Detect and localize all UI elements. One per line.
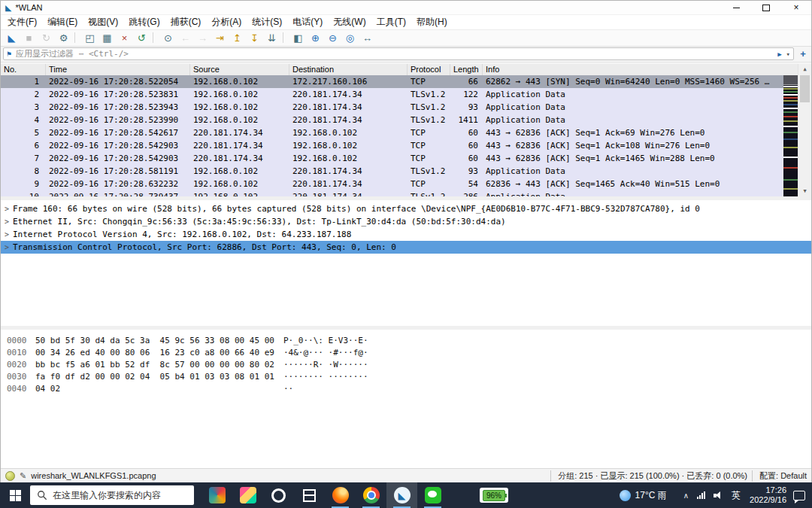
column-header[interactable]: Destination [289, 64, 408, 75]
menu-view[interactable]: 视图(V) [83, 14, 123, 30]
reload-file-icon[interactable]: ↺ [133, 31, 150, 45]
auto-scroll-icon[interactable]: ⇊ [263, 31, 280, 45]
detail-tree-item[interactable]: > Ethernet II, Src: Chongqin_9c:56:33 (5… [1, 215, 811, 228]
menu-go[interactable]: 跳转(G) [123, 14, 165, 30]
resize-columns-icon[interactable]: ↔ [359, 31, 376, 45]
menu-help[interactable]: 帮助(H) [411, 14, 453, 30]
battery-indicator[interactable]: 96% [480, 488, 508, 503]
app-button-grid-app[interactable] [294, 482, 325, 508]
profile-label[interactable]: 配置: Default [752, 470, 807, 482]
packet-row[interactable]: 6 2022-09-16 17:20:28.542903 220.181.174… [1, 139, 783, 152]
app-button-image-viewer[interactable] [201, 482, 232, 508]
packet-row[interactable]: 10 2022-09-16 17:20:28.739437 192.168.0.… [1, 190, 783, 196]
column-header[interactable]: Protocol [408, 64, 450, 75]
notification-center-button[interactable] [786, 482, 812, 508]
menu-edit[interactable]: 编辑(E) [42, 14, 83, 30]
hex-line[interactable]: 0020 bb bc f5 a6 01 bb 52 df 8c 57 00 00… [7, 359, 811, 371]
close-button[interactable]: × [781, 1, 811, 14]
column-header[interactable]: No. [1, 64, 46, 75]
column-header[interactable]: Info [483, 64, 798, 75]
tray-expand-icon[interactable]: ∧ [683, 491, 689, 500]
save-file-icon[interactable]: ▦ [98, 31, 116, 45]
packet-row[interactable]: 3 2022-09-16 17:20:28.523943 192.168.0.1… [1, 101, 783, 114]
menu-file[interactable]: 文件(F) [2, 14, 42, 30]
app-button-circle-app[interactable] [263, 482, 294, 508]
filter-add-button[interactable]: + [797, 48, 809, 59]
stop-capture-icon[interactable]: ■ [20, 31, 38, 45]
go-back-icon[interactable]: ← [177, 31, 194, 45]
capture-options-icon[interactable]: ⚙ [55, 31, 72, 45]
packet-row[interactable]: 1 2022-09-16 17:20:28.522054 192.168.0.1… [1, 75, 783, 88]
restart-capture-icon[interactable]: ↻ [38, 31, 55, 45]
hex-line[interactable]: 0010 00 34 26 ed 40 00 80 06 16 23 c0 a8… [7, 347, 811, 359]
filter-apply-icon[interactable]: ▶ [777, 50, 781, 58]
packet-minimap[interactable] [783, 75, 798, 196]
scroll-up-arrow[interactable]: ▲ [798, 64, 811, 75]
go-last-icon[interactable]: ↧ [246, 31, 263, 45]
capture-comment-icon[interactable]: ✎ [20, 471, 26, 481]
column-header[interactable]: Time [46, 64, 190, 75]
app-button-firefox[interactable] [325, 482, 356, 508]
find-packet-icon[interactable]: ⊙ [159, 31, 177, 45]
zoom-out-icon[interactable]: ⊖ [324, 31, 341, 45]
minimize-button[interactable] [721, 1, 751, 14]
open-file-icon[interactable]: ◰ [81, 31, 98, 45]
expander-icon[interactable]: > [1, 202, 13, 215]
packet-length: 286 [450, 190, 483, 196]
filter-bookmark-icon[interactable]: ⚑ [7, 50, 11, 58]
zoom-in-icon[interactable]: ⊕ [307, 31, 324, 45]
menu-tools[interactable]: 工具(T) [371, 14, 411, 30]
menu-capture[interactable]: 捕获(C) [165, 14, 207, 30]
packet-row[interactable]: 2 2022-09-16 17:20:28.523831 192.168.0.1… [1, 88, 783, 101]
expander-icon[interactable]: > [1, 215, 13, 228]
taskbar-clock[interactable]: 17:26 2022/9/16 [750, 485, 786, 505]
start-button[interactable] [0, 482, 30, 508]
volume-icon[interactable] [714, 491, 723, 500]
hex-line[interactable]: 0000 50 bd 5f 30 d4 da 5c 3a 45 9c 56 33… [7, 335, 811, 347]
close-file-icon[interactable]: × [116, 31, 133, 45]
taskbar-search[interactable]: 在这里输入你要搜索的内容 [30, 485, 194, 505]
packet-info: 443 → 62836 [ACK] Seq=1 Ack=108 Win=276 … [483, 139, 783, 152]
display-filter-input[interactable]: ⚑ 应用显示过滤器 ⋯ <Ctrl-/> ▶ ▾ [3, 47, 794, 60]
app-button-chrome[interactable] [356, 482, 386, 508]
go-first-icon[interactable]: ↥ [229, 31, 246, 45]
filter-dropdown-icon[interactable]: ▾ [786, 50, 790, 58]
zoom-normal-icon[interactable]: ◎ [341, 31, 359, 45]
scroll-down-arrow[interactable]: ▼ [798, 186, 811, 196]
expert-info-icon[interactable] [5, 471, 15, 481]
go-to-packet-icon[interactable]: ⇥ [211, 31, 229, 45]
expander-icon[interactable]: > [1, 241, 13, 254]
detail-tree-item[interactable]: > Transmission Control Protocol, Src Por… [1, 241, 811, 254]
hex-line[interactable]: 0040 04 02 ·· [7, 383, 811, 395]
start-capture-icon[interactable]: ◣ [3, 31, 20, 45]
packet-list-scrollbar[interactable]: ▲ ▼ [798, 64, 811, 196]
detail-tree-item[interactable]: > Frame 160: 66 bytes on wire (528 bits)… [1, 202, 811, 215]
menu-analyze[interactable]: 分析(A) [206, 14, 247, 30]
packet-row[interactable]: 5 2022-09-16 17:20:28.542617 220.181.174… [1, 126, 783, 139]
weather-widget[interactable]: 17°C 雨 [620, 489, 667, 502]
minimap-stripe [783, 104, 798, 105]
packet-time: 2022-09-16 17:20:28.542903 [46, 139, 190, 152]
menu-statistics[interactable]: 统计(S) [247, 14, 287, 30]
column-header[interactable]: Source [190, 64, 289, 75]
scrollbar-thumb[interactable] [800, 75, 810, 102]
hex-line[interactable]: 0030 fa f0 df d2 00 00 02 04 05 b4 01 03… [7, 371, 811, 383]
packet-row[interactable]: 8 2022-09-16 17:20:28.581191 192.168.0.1… [1, 165, 783, 178]
maximize-button[interactable] [751, 1, 781, 14]
packet-row[interactable]: 7 2022-09-16 17:20:28.542903 220.181.174… [1, 152, 783, 165]
ime-indicator[interactable]: 英 [732, 489, 741, 502]
packet-row[interactable]: 9 2022-09-16 17:20:28.632232 192.168.0.1… [1, 178, 783, 190]
go-forward-icon[interactable]: → [194, 31, 211, 45]
app-button-wechat[interactable] [417, 482, 448, 508]
packet-info: Application Data [483, 88, 783, 101]
detail-tree-item[interactable]: > Internet Protocol Version 4, Src: 192.… [1, 228, 811, 241]
app-button-gallery[interactable] [232, 482, 263, 508]
column-header[interactable]: Length [450, 64, 483, 75]
app-button-wireshark[interactable]: ◣ [386, 482, 417, 508]
menu-wireless[interactable]: 无线(W) [328, 14, 371, 30]
expander-icon[interactable]: > [1, 228, 13, 241]
colorize-icon[interactable]: ◧ [289, 31, 307, 45]
menu-telephony[interactable]: 电话(Y) [287, 14, 328, 30]
network-signal-icon[interactable] [697, 491, 705, 499]
packet-row[interactable]: 4 2022-09-16 17:20:28.523990 192.168.0.1… [1, 114, 783, 126]
